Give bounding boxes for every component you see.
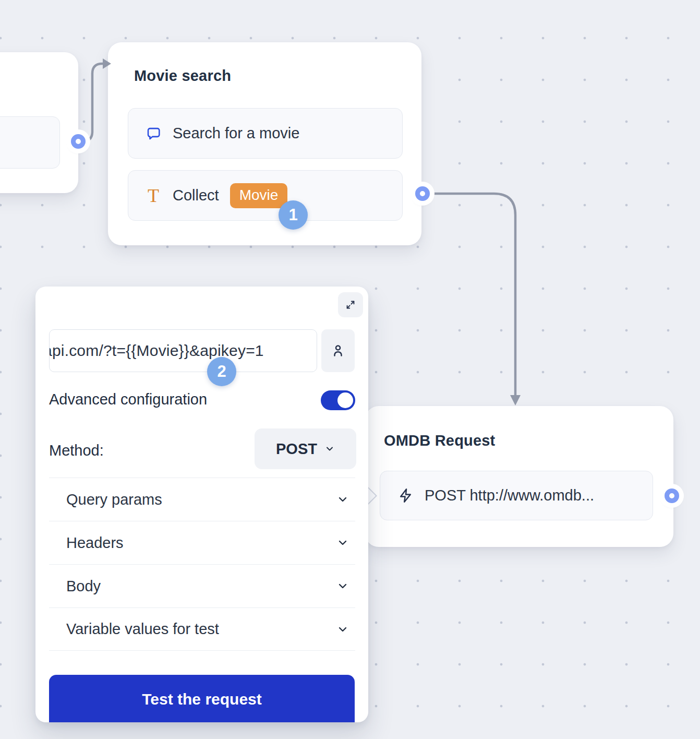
- chevron-down-icon: [336, 537, 349, 549]
- variable-chip[interactable]: Movie: [230, 183, 288, 208]
- lightning-icon: [397, 487, 414, 504]
- test-request-button[interactable]: Test the request: [49, 675, 355, 722]
- section-headers[interactable]: Headers: [49, 521, 355, 564]
- block-label: Search for a movie: [173, 125, 299, 142]
- chevron-down-icon: [336, 623, 349, 636]
- toggle-knob: [337, 392, 353, 408]
- step-badge-2: 2: [207, 357, 236, 386]
- flow-canvas[interactable]: Movie search Search for a movie T Collec…: [0, 0, 700, 739]
- url-value: api.com/?t={{Movie}}&apikey=1: [49, 342, 264, 360]
- expand-icon: [345, 299, 356, 311]
- advanced-configuration-toggle[interactable]: [321, 390, 355, 410]
- collect-block[interactable]: T CollectMovie: [128, 170, 403, 221]
- section-query-params[interactable]: Query params: [49, 478, 355, 521]
- output-port[interactable]: [415, 186, 430, 201]
- expand-button[interactable]: [338, 292, 363, 317]
- chevron-down-icon: [336, 580, 349, 592]
- webhook-block[interactable]: POST http://www.omdb...: [380, 471, 653, 520]
- movie-search-node[interactable]: Movie search Search for a movie T Collec…: [108, 42, 421, 245]
- partial-node-item[interactable]: [0, 116, 60, 169]
- chevron-down-icon: [324, 444, 335, 454]
- webhook-config-panel: api.com/?t={{Movie}}&apikey=1 Advanced c…: [35, 287, 368, 722]
- output-port[interactable]: [71, 134, 86, 149]
- method-dropdown[interactable]: POST: [255, 428, 356, 469]
- section-label: Query params: [66, 491, 162, 508]
- node-title: Movie search: [134, 67, 231, 85]
- chat-bubble-icon: [145, 125, 162, 142]
- block-label: POST http://www.omdb...: [425, 487, 594, 504]
- step-badge-1: 1: [279, 200, 308, 230]
- section-label: Variable values for test: [66, 621, 219, 638]
- section-label: Headers: [66, 534, 124, 552]
- advanced-configuration-label: Advanced configuration: [49, 391, 207, 408]
- method-value: POST: [276, 440, 317, 458]
- method-label: Method:: [49, 442, 104, 459]
- message-block[interactable]: Search for a movie: [128, 108, 403, 159]
- url-input[interactable]: api.com/?t={{Movie}}&apikey=1: [49, 329, 317, 372]
- insert-variable-button[interactable]: [321, 329, 355, 372]
- output-port[interactable]: [665, 488, 679, 503]
- node-title: OMDB Request: [384, 432, 495, 449]
- omdb-request-node[interactable]: OMDB Request POST http://www.omdb...: [365, 406, 673, 547]
- chevron-down-icon: [336, 493, 349, 506]
- person-icon: [330, 343, 346, 359]
- block-label: Collect: [173, 187, 219, 204]
- section-variable-values[interactable]: Variable values for test: [49, 607, 355, 651]
- text-T-icon: T: [145, 187, 162, 204]
- partial-node-card[interactable]: [0, 52, 78, 193]
- section-body[interactable]: Body: [49, 564, 355, 607]
- section-label: Body: [66, 578, 101, 595]
